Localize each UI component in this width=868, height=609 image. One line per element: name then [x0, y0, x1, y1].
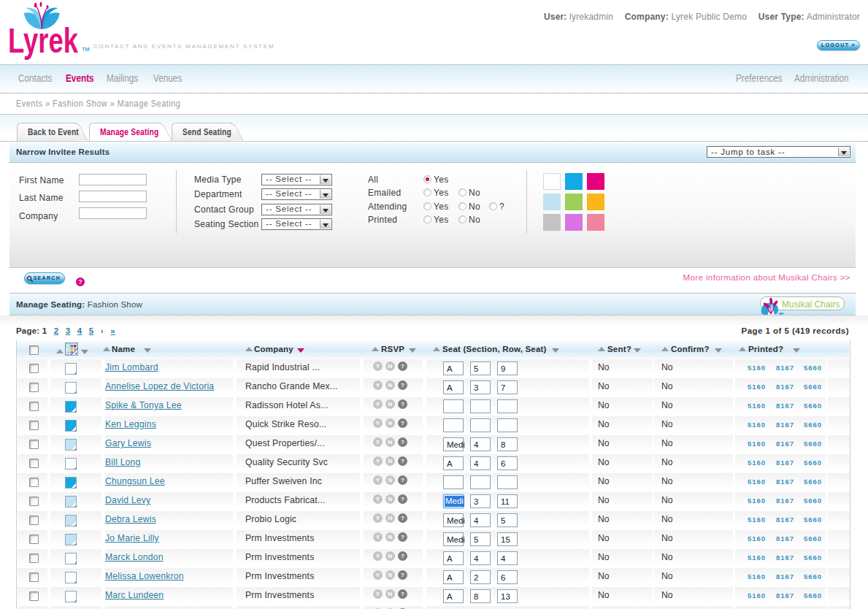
svg-text:TM: TM — [82, 46, 90, 53]
svg-text:Lyrek: Lyrek — [8, 20, 79, 60]
